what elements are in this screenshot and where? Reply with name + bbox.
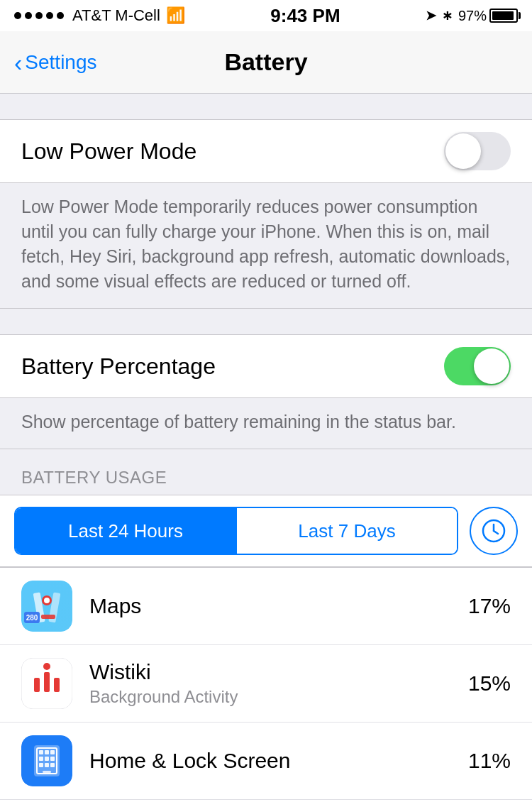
svg-rect-22 xyxy=(39,757,43,761)
battery-icon xyxy=(489,9,518,23)
low-power-description: Low Power Mode temporarily reduces power… xyxy=(21,197,510,291)
svg-rect-24 xyxy=(50,757,55,761)
svg-rect-23 xyxy=(45,757,49,761)
maps-app-percent: 17% xyxy=(468,594,511,618)
low-power-mode-label: Low Power Mode xyxy=(21,138,196,165)
maps-app-name: Maps xyxy=(89,594,468,618)
svg-rect-12 xyxy=(34,678,40,692)
svg-rect-26 xyxy=(45,763,49,767)
wistiki-app-name: Wistiki xyxy=(89,660,468,684)
svg-line-2 xyxy=(494,531,498,534)
carrier-label: AT&T M-Cell xyxy=(72,6,160,25)
svg-text:280: 280 xyxy=(26,614,38,622)
clock-icon xyxy=(481,518,506,544)
svg-point-15 xyxy=(43,663,50,670)
svg-rect-14 xyxy=(54,678,60,692)
wifi-icon: 📶 xyxy=(166,6,185,25)
maps-app-icon: 280 xyxy=(21,581,72,632)
svg-point-8 xyxy=(44,598,50,603)
maps-app-info: Maps xyxy=(89,594,468,618)
signal-dots xyxy=(14,12,64,19)
svg-rect-6 xyxy=(41,615,55,619)
status-left: AT&T M-Cell 📶 xyxy=(14,6,185,25)
back-label: Settings xyxy=(25,51,96,74)
battery-percentage-row: Battery Percentage xyxy=(0,335,532,397)
battery-usage-header: BATTERY USAGE xyxy=(0,449,532,495)
battery-percentage-group: Battery Percentage xyxy=(0,334,532,398)
status-bar: AT&T M-Cell 📶 9:43 PM ➤ ∗ 97% xyxy=(0,0,532,31)
home-lock-app-name: Home & Lock Screen xyxy=(89,749,468,773)
page-title: Battery xyxy=(224,48,307,76)
battery-percentage-toggle[interactable] xyxy=(444,347,511,385)
svg-rect-3 xyxy=(21,581,72,632)
svg-rect-21 xyxy=(50,750,55,754)
low-power-mode-group: Low Power Mode xyxy=(0,119,532,183)
bluetooth-icon: ∗ xyxy=(442,8,453,23)
svg-rect-27 xyxy=(50,763,55,767)
table-row[interactable]: 280 Maps 17% xyxy=(0,568,532,645)
clock-button[interactable] xyxy=(470,507,518,555)
wistiki-app-icon xyxy=(21,658,72,709)
status-right: ➤ ∗ 97% xyxy=(426,8,518,24)
mid-spacer xyxy=(0,309,532,334)
wistiki-app-subtitle: Background Activity xyxy=(89,687,468,707)
nav-bar: ‹ Settings Battery xyxy=(0,31,532,94)
segmented-container: Last 24 Hours Last 7 Days xyxy=(0,495,532,567)
home-lock-app-info: Home & Lock Screen xyxy=(89,749,468,773)
svg-rect-13 xyxy=(44,672,50,692)
low-power-mode-toggle[interactable] xyxy=(444,132,511,170)
svg-rect-20 xyxy=(45,750,49,754)
table-row[interactable]: Wistiki Background Activity 15% xyxy=(0,645,532,723)
back-chevron-icon: ‹ xyxy=(14,50,22,75)
app-list: 280 Maps 17% Wistiki xyxy=(0,567,532,802)
time-segmented-control[interactable]: Last 24 Hours Last 7 Days xyxy=(14,507,458,555)
svg-rect-19 xyxy=(39,750,43,754)
table-row[interactable]: Home & Lock Screen 11% xyxy=(0,723,532,800)
toggle-thumb-2 xyxy=(474,348,509,384)
battery-percentage-description: Show percentage of battery remaining in … xyxy=(21,412,456,432)
battery-indicator: 97% xyxy=(458,8,518,24)
svg-rect-28 xyxy=(43,771,51,773)
battery-percent-label: 97% xyxy=(458,8,487,24)
svg-rect-25 xyxy=(39,763,43,767)
battery-percentage-label: Battery Percentage xyxy=(21,353,216,380)
wistiki-app-info: Wistiki Background Activity xyxy=(89,660,468,707)
last-24-hours-button[interactable]: Last 24 Hours xyxy=(16,508,235,554)
toggle-thumb xyxy=(445,133,481,169)
last-7-days-button[interactable]: Last 7 Days xyxy=(237,508,457,554)
home-lock-app-percent: 11% xyxy=(468,749,511,773)
content: Low Power Mode Low Power Mode temporaril… xyxy=(0,94,532,802)
low-power-mode-row: Low Power Mode xyxy=(0,120,532,182)
battery-percentage-description-block: Show percentage of battery remaining in … xyxy=(0,398,532,449)
status-time: 9:43 PM xyxy=(270,5,340,27)
back-button[interactable]: ‹ Settings xyxy=(14,50,97,75)
low-power-description-block: Low Power Mode temporarily reduces power… xyxy=(0,183,532,309)
location-icon: ➤ xyxy=(426,8,436,23)
top-spacer xyxy=(0,94,532,119)
wistiki-app-percent: 15% xyxy=(468,671,511,696)
home-lock-app-icon xyxy=(21,735,72,786)
